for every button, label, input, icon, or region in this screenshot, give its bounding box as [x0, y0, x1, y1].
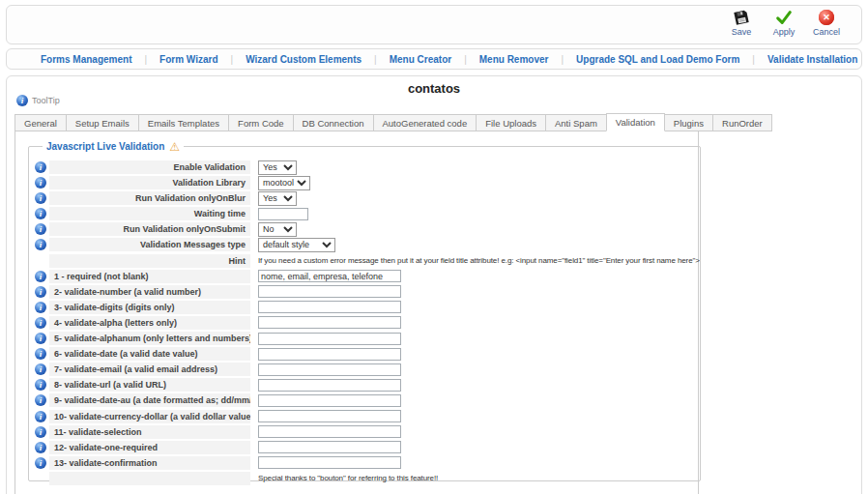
row-select[interactable]: Yes: [258, 160, 297, 175]
row-label: Enable Validation: [49, 160, 250, 174]
info-icon: i: [16, 95, 28, 106]
tab-setup-emails[interactable]: Setup Emails: [66, 114, 138, 131]
tab-db-connection[interactable]: DB Connection: [293, 114, 373, 131]
menu-item-validate-installation[interactable]: Validate Installation: [755, 54, 868, 65]
tab-emails-templates[interactable]: Emails Templates: [138, 114, 228, 131]
row-label: 11- validate-selection: [49, 425, 250, 439]
form-row: i12- validate-one-required: [35, 441, 700, 454]
form-row: i13- validate-confirmation: [35, 456, 700, 470]
row-input[interactable]: [258, 394, 401, 407]
row-input[interactable]: [258, 301, 401, 313]
form-row: iValidation Messages typedefault style: [35, 238, 700, 251]
row-input[interactable]: [258, 270, 401, 282]
page-title: contatos: [7, 81, 861, 96]
row-input[interactable]: [258, 348, 401, 361]
info-icon[interactable]: i: [35, 208, 46, 219]
tab-runorder[interactable]: RunOrder: [712, 114, 772, 131]
row-input[interactable]: [258, 410, 401, 422]
screen: SaveApply✕Cancel Forms Management|Form W…: [0, 0, 868, 494]
row-select[interactable]: No: [258, 222, 297, 237]
row-input[interactable]: [258, 333, 401, 345]
info-icon[interactable]: i: [35, 348, 46, 360]
info-icon[interactable]: i: [35, 286, 46, 298]
info-icon[interactable]: i: [35, 457, 46, 469]
save-label: Save: [732, 27, 752, 37]
form-row: i7- validate-email (a valid email addres…: [35, 363, 700, 376]
main-panel: contatos i ToolTip GeneralSetup EmailsEm…: [6, 75, 862, 494]
info-icon[interactable]: i: [35, 442, 46, 453]
tab-plugins[interactable]: Plugins: [665, 114, 712, 131]
menu-item-form-wizard[interactable]: Form Wizard: [147, 54, 230, 65]
info-icon[interactable]: i: [35, 223, 46, 235]
row-input[interactable]: [258, 316, 401, 329]
menu-item-forms-management[interactable]: Forms Management: [28, 54, 144, 65]
warning-icon: ⚠: [169, 142, 180, 152]
menu-item-menu-remover[interactable]: Menu Remover: [467, 54, 562, 65]
row-label: 13- validate-confirmation: [49, 456, 250, 470]
row-label: [49, 472, 250, 485]
row-input[interactable]: [258, 208, 308, 220]
row-label: 9- validate-date-au (a date formatted as…: [49, 393, 250, 407]
form-row: i11- validate-selection: [35, 425, 700, 439]
info-icon[interactable]: i: [35, 302, 46, 313]
info-icon[interactable]: i: [35, 363, 46, 375]
info-icon[interactable]: i: [35, 161, 46, 173]
apply-icon: [775, 10, 793, 25]
tab-form-code[interactable]: Form Code: [228, 114, 293, 131]
toolbar-buttons: SaveApply✕Cancel: [720, 10, 848, 43]
toolbar: SaveApply✕Cancel: [6, 5, 862, 44]
row-label: 5- validate-alphanum (only letters and n…: [49, 332, 250, 345]
row-label: 3- validate-digits (digits only): [49, 301, 250, 314]
row-input[interactable]: [258, 363, 401, 376]
row-input[interactable]: [258, 456, 401, 469]
tooltip-link[interactable]: i ToolTip: [16, 95, 60, 106]
save-button[interactable]: Save: [720, 10, 763, 43]
row-label: 10- validate-currency-dollar (a valid do…: [49, 410, 250, 423]
tab-validation[interactable]: Validation: [606, 113, 665, 131]
cancel-button[interactable]: ✕Cancel: [805, 10, 848, 43]
row-text: Special thanks to "bouton" for referring…: [258, 474, 438, 482]
row-label: Waiting time: [49, 207, 250, 220]
apply-label: Apply: [773, 27, 796, 37]
form-row: i1 - required (not blank): [35, 270, 700, 283]
menu-item-wizard-custom-elements[interactable]: Wizard Custom Elements: [233, 54, 374, 65]
row-select[interactable]: default style: [258, 238, 335, 252]
form-row: i10- validate-currency-dollar (a valid d…: [35, 410, 700, 423]
tab-general[interactable]: General: [14, 114, 66, 131]
form-row: i4- validate-alpha (letters only): [35, 316, 700, 330]
info-icon[interactable]: i: [35, 411, 46, 422]
info-icon[interactable]: i: [35, 333, 46, 344]
apply-button[interactable]: Apply: [763, 10, 805, 43]
form-row: i2- validate-number (a valid number): [35, 285, 700, 299]
info-icon[interactable]: i: [35, 239, 46, 250]
info-icon[interactable]: i: [35, 271, 46, 282]
menu-item-menu-creator[interactable]: Menu Creator: [377, 54, 464, 65]
row-input[interactable]: [258, 425, 401, 438]
tab-file-uploads[interactable]: File Uploads: [476, 114, 545, 131]
fieldset-legend: Javascript Live Validation: [46, 141, 164, 152]
form-row: HintIf you need a custom error message t…: [35, 254, 700, 268]
info-icon[interactable]: i: [35, 317, 46, 329]
tab-panel: Javascript Live Validation ⚠ iEnable Val…: [14, 131, 699, 494]
row-label: Hint: [49, 254, 250, 268]
info-icon[interactable]: i: [35, 177, 46, 189]
info-icon[interactable]: i: [35, 379, 46, 391]
form-row: i9- validate-date-au (a date formatted a…: [35, 393, 700, 407]
form-row: iRun Validation onlyOnBlurYes: [35, 191, 700, 205]
row-label: 7- validate-email (a valid email address…: [49, 363, 250, 376]
row-input[interactable]: [258, 285, 401, 298]
row-input[interactable]: [258, 379, 401, 392]
info-icon[interactable]: i: [35, 192, 46, 204]
tab-autogenerated-code[interactable]: AutoGenerated code: [373, 114, 477, 131]
row-select[interactable]: mootools: [258, 176, 310, 190]
row-label: Run Validation onlyOnSubmit: [49, 222, 250, 236]
row-input[interactable]: [258, 441, 401, 453]
info-icon[interactable]: i: [35, 426, 46, 438]
form-row: iEnable ValidationYes: [35, 160, 700, 174]
menu-item-upgrade-sql-and-load-demo-form[interactable]: Upgrade SQL and Load Demo Form: [564, 54, 752, 65]
tab-anti-spam[interactable]: Anti Spam: [545, 114, 606, 131]
row-select[interactable]: Yes: [258, 191, 297, 206]
info-icon[interactable]: i: [35, 394, 46, 406]
row-label: 12- validate-one-required: [49, 441, 250, 454]
tooltip-label: ToolTip: [32, 96, 60, 105]
